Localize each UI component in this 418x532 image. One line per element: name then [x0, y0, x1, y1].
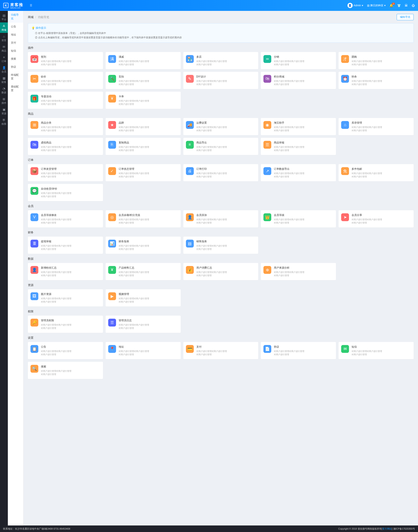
feature-card[interactable]: ⎘复制商品对商户进行管理对商户进行管理对商户进行管理	[105, 138, 181, 155]
feature-card[interactable]: 🔍搜索对商户进行管理对商户进行管理对商户进行管理	[28, 362, 103, 379]
feature-card[interactable]: ⌂库存管理对商户进行管理对商户进行管理对商户进行管理	[338, 118, 414, 135]
feature-card[interactable]: 🔑管理员权限对商户进行管理对商户进行管理对商户进行管理	[28, 316, 103, 333]
feature-card[interactable]: ¥产品销售汇总对商户进行管理对商户进行管理对商户进行管理	[105, 263, 181, 280]
feature-card[interactable]: ▤销售报表对商户进行管理对商户进行管理对商户进行管理	[183, 237, 258, 254]
card-icon: ⎘	[108, 141, 116, 149]
feature-card[interactable]: 🔨竞拍对商户进行管理对商户进行管理对商户进行管理	[105, 72, 181, 89]
feature-card[interactable]: 🖼图片资源对商户进行管理对商户进行管理对商户进行管理	[28, 289, 103, 306]
feature-card[interactable]: 🛍积分商城对商户进行管理对商户进行管理对商户进行管理	[261, 72, 336, 89]
bell-icon[interactable]: 🔔2	[389, 4, 393, 7]
feature-card[interactable]: 🖨订单打印对商户进行管理对商户进行管理对商户进行管理	[183, 164, 258, 181]
card-title: 砍价	[41, 75, 100, 79]
feature-card[interactable]: ⊞商品分类对商户进行管理对商户进行管理对商户进行管理	[28, 118, 103, 135]
sub-nav-item[interactable]: 协议	[8, 63, 23, 71]
sidebar-item-resources[interactable]: ▣资源	[0, 106, 8, 116]
feature-card[interactable]: 免多件包邮对商户进行管理对商户进行管理对商户进行管理	[338, 164, 414, 181]
feature-card[interactable]: ➤会员分享对商户进行管理对商户进行管理对商户进行管理	[338, 210, 414, 228]
feature-card[interactable]: 满满减对商户进行管理对商户进行管理对商户进行管理	[105, 52, 181, 69]
feature-card[interactable]: 🛍虚拟商品对商户进行管理对商户进行管理对商户进行管理	[28, 138, 103, 155]
card-icon: 🖼	[31, 292, 38, 300]
sub-nav-item[interactable]: 终端配置	[8, 71, 23, 83]
feature-card[interactable]: ☰商品审核对商户进行管理对商户进行管理对商户进行管理	[261, 138, 336, 155]
card-icon: 💳	[186, 345, 194, 353]
sidebar-item-permissions[interactable]: ⛨权限	[0, 116, 8, 127]
sidebar-item-orders[interactable]: ≡订单	[0, 54, 8, 64]
feature-card[interactable]: 📍地址对商户进行管理对商户进行管理对商户进行管理	[105, 342, 181, 359]
card-icon: 才	[341, 55, 349, 63]
tshirt-icon[interactable]: 👕	[397, 4, 401, 7]
feature-card[interactable]: 💰用户消费汇总对商户进行管理对商户进行管理对商户进行管理	[183, 263, 258, 280]
feature-card[interactable]: 💬自动收货/评价对商户进行管理对商户进行管理对商户进行管理	[28, 184, 103, 201]
card-desc: 对商户进行管理对商户进行管理对商户进行管理	[119, 323, 178, 330]
sidebar-item-platform[interactable]: ▤平台	[0, 12, 8, 23]
power-icon[interactable]: ⏻	[412, 4, 415, 7]
feature-card[interactable]: 👤会员添加对商户进行管理对商户进行管理对商户进行管理	[183, 210, 258, 228]
feature-card[interactable]: ★品牌对商户进行管理对商户进行管理对商户进行管理	[105, 118, 181, 135]
feature-card[interactable]: 💳支付对商户进行管理对商户进行管理对商户进行管理	[183, 342, 258, 359]
feature-card[interactable]: 🏪多店对商户进行管理对商户进行管理对商户进行管理	[183, 52, 258, 69]
sidebar-item-data[interactable]: ◔数据	[0, 85, 8, 96]
card-title: 多店	[196, 55, 256, 59]
feature-card[interactable]: ≣提现审核对商户进行管理对商户进行管理对商户进行管理	[28, 237, 103, 254]
feature-card[interactable]: ◉淘宝助手对商户进行管理对商户进行管理对商户进行管理	[261, 118, 336, 135]
card-icon: ⊕	[263, 266, 271, 274]
feature-card[interactable]: ↗订单数据导出对商户进行管理对商户进行管理对商户进行管理	[261, 164, 336, 181]
feature-card[interactable]: ▶视频管理对商户进行管理对商户进行管理对商户进行管理	[105, 289, 181, 306]
sub-nav-item[interactable]: 功能导览	[8, 11, 23, 23]
feature-card[interactable]: 🚚运费设置对商户进行管理对商户进行管理对商户进行管理	[183, 118, 258, 135]
feature-card[interactable]: ✂砍价对商户进行管理对商户进行管理对商户进行管理	[28, 72, 103, 89]
sub-nav-item[interactable]: 地址	[8, 31, 23, 39]
card-desc: 对商户进行管理对商户进行管理对商户进行管理	[119, 244, 178, 251]
card-icon: 📅	[31, 55, 38, 63]
notification-badge: 2	[392, 3, 395, 5]
feature-card[interactable]: V会员等级修改对商户进行管理对商户进行管理对商户进行管理	[28, 210, 103, 228]
sub-nav-item[interactable]: 基础配置	[8, 83, 23, 94]
sidebar-item-goods[interactable]: ✉商品	[0, 43, 8, 54]
feature-card[interactable]: ☰管理员日志对商户进行管理对商户进行管理对商户进行管理	[105, 316, 181, 333]
sub-nav-item[interactable]: 支付	[8, 39, 23, 47]
feature-card[interactable]: ⏰秒杀对商户进行管理对商户进行管理对商户进行管理	[338, 72, 414, 89]
admin-dropdown[interactable]: 👤 Admin ▾	[348, 3, 363, 8]
feature-card[interactable]: ∞分销对商户进行管理对商户进行管理对商户进行管理	[261, 52, 336, 69]
feature-card[interactable]: 才团购对商户进行管理对商户进行管理对商户进行管理	[338, 52, 414, 69]
card-desc: 对商户进行管理对商户进行管理对商户进行管理	[41, 192, 100, 198]
feature-card[interactable]: ≡商品导出对商户进行管理对商户进行管理对商户进行管理	[183, 138, 258, 155]
card-grid: 📋公告对商户进行管理对商户进行管理对商户进行管理📍地址对商户进行管理对商户进行管…	[28, 342, 414, 379]
feature-card[interactable]: 📄协议对商户进行管理对商户进行管理对商户进行管理	[261, 342, 336, 359]
feature-card[interactable]: 📦订单发货管理对商户进行管理对商户进行管理对商户进行管理	[28, 164, 103, 181]
feature-card[interactable]: 🎁专题活动对商户进行管理对商户进行管理对商户进行管理	[28, 92, 103, 109]
card-icon: 免	[341, 167, 349, 175]
card-icon: 📍	[108, 345, 116, 353]
sidebar-item-finance[interactable]: ▦财务	[0, 75, 8, 85]
sub-nav-item[interactable]: 短信	[8, 47, 23, 55]
feature-card[interactable]: 📊财务报表对商户进行管理对商户进行管理对商户进行管理	[105, 237, 181, 254]
menu-toggle-icon[interactable]: ☰	[30, 4, 32, 7]
feature-card[interactable]: ◎会员余额/积分充值对商户进行管理对商户进行管理对商户进行管理	[105, 210, 181, 228]
feature-card[interactable]: 👤新增粉丝汇总对商户进行管理对商户进行管理对商户进行管理	[28, 263, 103, 280]
sidebar-item-plugins[interactable]: ⊞插件	[0, 96, 8, 106]
feature-card[interactable]: 👑会员等级对商户进行管理对商户进行管理对商户进行管理	[261, 210, 336, 228]
sub-nav-item[interactable]: 公告	[8, 23, 23, 31]
sidebar-item-home[interactable]: ⌂首页	[0, 33, 8, 43]
sidebar-item-members[interactable]: 👤会员	[0, 64, 8, 75]
feature-card[interactable]: ¥卡券对商户进行管理对商户进行管理对商户进行管理	[105, 92, 181, 109]
card-desc: 对商户进行管理对商户进行管理对商户进行管理	[41, 172, 100, 178]
logo[interactable]: K 來客推 laiketui.com	[3, 2, 23, 9]
section-title: 资源	[28, 283, 414, 287]
feature-card[interactable]: ✓订单状态管理对商户进行管理对商户进行管理对商户进行管理	[105, 164, 181, 181]
sidebar-item-label: 插件	[1, 102, 6, 104]
feature-card[interactable]: ⊕用户来源分析对商户进行管理对商户进行管理对商户进行管理	[261, 263, 336, 280]
shop-link[interactable]: ▤ 舞日的种茶 ▾	[367, 4, 385, 7]
sidebar-item-mall[interactable]: A商城	[0, 23, 8, 33]
feature-card[interactable]: 📅签到对商户进行管理对商户进行管理对商户进行管理	[28, 52, 103, 69]
sub-nav-item[interactable]: 搜索	[8, 55, 23, 63]
feature-card[interactable]: ✎DIY设计对商户进行管理对商户进行管理对商户进行管理	[183, 72, 258, 89]
main-content: 商城 / 功能导览 编辑导览 💡 操作提示 ① 在平台-权限管理中添加菜单（导览…	[23, 11, 418, 525]
card-title: 支付	[196, 345, 256, 349]
edit-guide-button[interactable]: 编辑导览	[397, 14, 414, 20]
platform-icon: ▤	[0, 14, 8, 17]
feature-card[interactable]: ✉短信对商户进行管理对商户进行管理对商户进行管理	[338, 342, 414, 359]
card-title: 运费设置	[196, 121, 256, 125]
feature-card[interactable]: 📋公告对商户进行管理对商户进行管理对商户进行管理	[28, 342, 103, 359]
store-icon[interactable]: 🏛	[405, 4, 408, 7]
